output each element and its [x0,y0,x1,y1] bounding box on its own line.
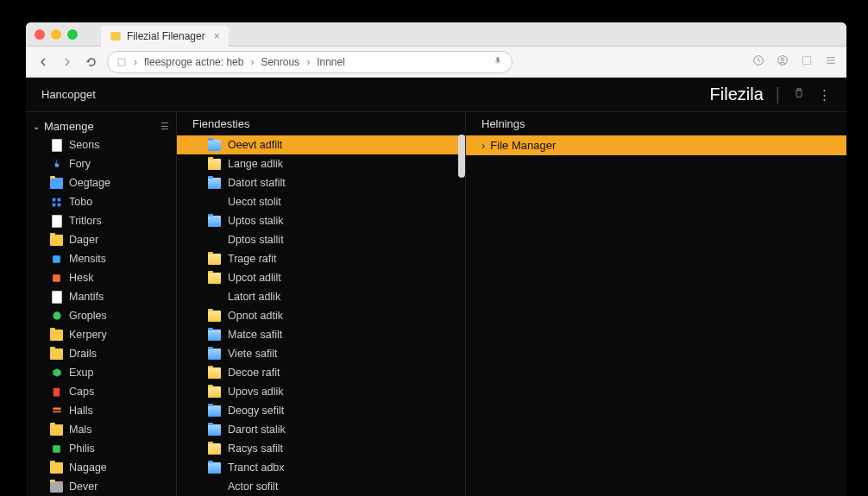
rightpane-title: Helnings [466,112,846,135]
midpane-title: Fiendesties [177,112,465,135]
sidebar-item[interactable]: Tobo [26,192,176,211]
sidebar-item[interactable]: Caps [26,382,176,401]
sidebar-root[interactable]: ⌄ Mamenge ☰ [26,117,176,135]
sidebar-item[interactable]: Kerpery [26,325,176,344]
file-item[interactable]: Opnot adtik [177,306,465,325]
nav-reload-button[interactable] [83,53,100,71]
sidebar-item[interactable]: Mantifs [26,287,176,306]
sidebar-item-label: Kerpery [69,327,107,342]
sidebar-item-label: Hesk [69,270,93,286]
file-item[interactable]: Oeevt adfilt [177,135,465,154]
url-part-1: fleesproge actne: heb [144,56,243,68]
sidebar-item[interactable]: Dever [26,477,176,496]
breadcrumb-sep-icon: › [134,56,137,68]
clock-icon[interactable] [752,53,765,70]
breadcrumb-item-label: File Manager [490,139,556,152]
sidebar-item[interactable]: Mensits [26,249,176,268]
menu-icon[interactable] [824,53,838,70]
nav-forward-button[interactable] [59,53,76,71]
svg-rect-16 [53,411,60,412]
file-item[interactable]: Datort stafilt [177,173,465,192]
file-item[interactable]: Actor sofilt [177,477,465,496]
sidebar-item[interactable]: Oegtage [26,173,176,192]
sidebar-item-label: Drails [69,346,97,361]
mid-pane: Fiendesties Oeevt adfiltLange adlikDator… [177,112,466,496]
sidebar-item-icon [50,480,63,493]
app-header: Hancopget Filezila | ⋮ [26,78,846,112]
sidebar-item[interactable]: Seons [26,135,176,154]
file-item[interactable]: Matce safilt [177,325,465,344]
sidebar-item[interactable]: Fory [26,154,176,173]
nav-back-button[interactable] [35,53,52,71]
sidebar-item-icon [50,215,63,228]
sidebar-options-icon[interactable]: ☰ [160,121,167,132]
sidebar-item[interactable]: Dager [26,230,176,249]
sidebar-item-icon [50,196,63,209]
trash-icon[interactable] [792,86,806,103]
file-item-label: Lange adlik [228,156,283,172]
voice-search-icon[interactable] [493,55,503,68]
file-item[interactable]: Deogy sefilt [177,401,465,420]
sidebar-item[interactable]: Exup [26,363,176,382]
scrollbar-handle[interactable] [458,135,465,178]
sidebar-item[interactable]: Mals [26,420,176,439]
file-item-label: Datort stafilt [228,175,286,191]
toolbar-right-icons [752,53,838,70]
window-minimize-button[interactable] [51,29,61,40]
file-item[interactable]: Upcot adlilt [177,268,465,287]
url-part-3: Innnel [317,56,345,68]
file-item[interactable]: Uecot stolit [177,192,465,211]
file-item[interactable]: Darort stalik [177,420,465,439]
file-item[interactable]: Dptos stallit [177,230,465,249]
sidebar-item[interactable]: Philis [26,439,176,458]
sidebar-item[interactable]: Nagage [26,458,176,477]
sidebar-item[interactable]: Drails [26,344,176,363]
sidebar-item-label: Groples [69,308,107,323]
file-item-label: Viete safilt [228,346,277,361]
file-item[interactable]: Latort adlik [177,287,465,306]
kebab-menu-icon[interactable]: ⋮ [818,87,831,103]
file-item[interactable]: Uptos stalik [177,211,465,230]
sidebar-item[interactable]: Tritlors [26,211,176,230]
file-item-label: Opnot adtik [228,308,283,323]
file-item-label: Matce safilt [228,327,282,342]
window-maximize-button[interactable] [67,29,78,40]
folder-icon [208,273,221,284]
sidebar-item-icon [50,461,63,474]
sidebar-item-label: Philis [69,441,95,456]
file-item[interactable]: Viete safilt [177,344,465,363]
sidebar-item[interactable]: Groples [26,306,176,325]
svg-point-5 [781,58,783,60]
arrow-right-icon [60,55,74,69]
sidebar-item-label: Nagage [69,460,107,475]
sidebar-item-icon [50,329,63,342]
sidebar-item[interactable]: Halls [26,401,176,420]
file-item[interactable]: Upovs adlik [177,382,465,401]
file-item[interactable]: Tranct adbx [177,458,465,477]
close-tab-icon[interactable]: × [214,30,220,42]
file-item-label: Racys safilt [228,441,283,456]
file-item[interactable]: Lange adlik [177,154,465,173]
sidebar-item-icon [50,424,63,436]
file-item-label: Uptos stalik [228,213,284,229]
window-close-button[interactable] [35,29,45,40]
file-item[interactable]: Racys safilt [177,439,465,458]
svg-point-13 [53,311,60,319]
svg-rect-8 [58,198,61,201]
file-item-label: Dptos stallit [228,232,284,248]
profile-icon[interactable] [776,53,789,70]
browser-tab[interactable]: Filezial Filenager × [101,26,229,47]
sidebar-item[interactable]: Hesk [26,268,176,287]
breadcrumb-item[interactable]: ›File Manager [466,135,846,155]
sidebar-item-icon [50,367,63,380]
urlbar[interactable]: › fleesproge actne: heb › Senrous › Innn… [107,51,513,73]
folder-icon [208,216,221,227]
app-header-title: Hancopget [41,88,96,101]
settings-square-icon[interactable] [800,53,814,70]
file-item[interactable]: Decoe rafit [177,363,465,382]
sidebar-item-icon [50,234,63,247]
file-item-label: Darort stalik [228,422,286,437]
file-item[interactable]: Trage rafit [177,249,465,268]
brand-area: Filezila | ⋮ [710,85,831,104]
sidebar-item-label: Fory [69,156,91,172]
